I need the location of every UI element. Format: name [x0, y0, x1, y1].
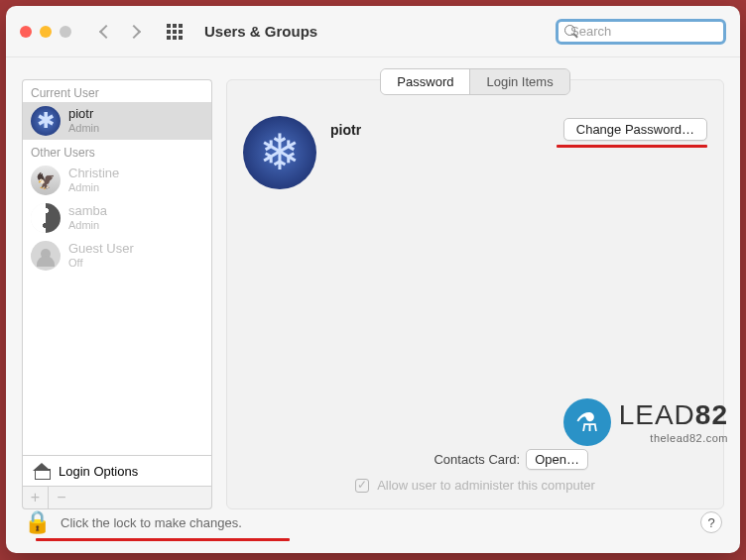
window-controls	[20, 26, 71, 38]
footer: 🔒 Click the lock to make changes. ?	[6, 509, 740, 553]
preferences-window: Users & Groups Current User piotr Admin …	[6, 6, 740, 553]
forward-button[interactable]	[127, 24, 141, 38]
user-row-piotr[interactable]: piotr Admin	[23, 102, 211, 140]
annotation-underline	[36, 538, 290, 541]
tab-bar: Password Login Items	[380, 68, 569, 95]
avatar-icon	[31, 241, 61, 271]
user-role: Admin	[68, 122, 99, 135]
avatar-icon	[31, 166, 61, 195]
avatar-icon	[31, 203, 61, 233]
annotation-underline	[557, 145, 707, 148]
sidebar: Current User piotr Admin Other Users Chr…	[22, 79, 212, 509]
administer-checkbox	[355, 479, 369, 493]
search-input[interactable]	[570, 24, 737, 39]
user-display-name: piotr	[330, 122, 361, 138]
administer-label: Allow user to administer this computer	[377, 478, 595, 493]
change-password-button[interactable]: Change Password…	[563, 118, 707, 141]
lock-icon[interactable]: 🔒	[24, 509, 51, 535]
lock-text: Click the lock to make changes.	[61, 515, 242, 530]
contacts-card-label: Contacts Card:	[434, 452, 520, 467]
back-button[interactable]	[99, 24, 113, 38]
login-options-label: Login Options	[59, 464, 138, 479]
user-list: Current User piotr Admin Other Users Chr…	[22, 79, 212, 455]
user-role: Admin	[68, 219, 107, 232]
tab-login-items[interactable]: Login Items	[469, 69, 568, 94]
administer-row: Allow user to administer this computer	[243, 478, 707, 493]
user-hero: piotr Change Password…	[243, 116, 707, 189]
user-name: Guest User	[68, 242, 134, 257]
user-name: Christine	[68, 167, 119, 181]
content-area: Current User piotr Admin Other Users Chr…	[6, 57, 740, 509]
window-title: Users & Groups	[204, 23, 317, 40]
other-users-header: Other Users	[23, 140, 211, 162]
user-avatar[interactable]	[243, 116, 316, 189]
minimize-window-button[interactable]	[40, 26, 52, 38]
add-remove-bar: + −	[22, 487, 212, 509]
show-all-prefs-button[interactable]	[167, 24, 183, 40]
user-name: piotr	[68, 107, 99, 122]
user-row-guest[interactable]: Guest User Off	[23, 237, 211, 275]
remove-user-button: −	[49, 487, 74, 508]
close-window-button[interactable]	[20, 26, 32, 38]
nav-arrows	[101, 27, 139, 37]
search-field[interactable]	[556, 19, 726, 45]
user-row-samba[interactable]: samba Admin	[23, 199, 211, 237]
avatar-icon	[31, 106, 61, 136]
user-name: samba	[68, 204, 107, 219]
bottom-area: Contacts Card: Open… Allow user to admin…	[243, 449, 707, 493]
current-user-header: Current User	[23, 80, 211, 102]
add-user-button: +	[23, 487, 49, 508]
home-icon	[33, 462, 51, 480]
user-row-christine[interactable]: Christine Admin	[23, 162, 211, 199]
main-pane: Password Login Items piotr Change Passwo…	[226, 79, 724, 509]
user-role: Off	[68, 257, 134, 270]
titlebar: Users & Groups	[6, 6, 740, 57]
zoom-window-button	[60, 26, 71, 38]
contacts-row: Contacts Card: Open…	[243, 449, 707, 470]
help-button[interactable]: ?	[700, 511, 722, 533]
open-contacts-button[interactable]: Open…	[526, 449, 588, 470]
user-role: Admin	[68, 181, 119, 194]
login-options-button[interactable]: Login Options	[22, 455, 212, 487]
tab-password[interactable]: Password	[381, 69, 469, 94]
